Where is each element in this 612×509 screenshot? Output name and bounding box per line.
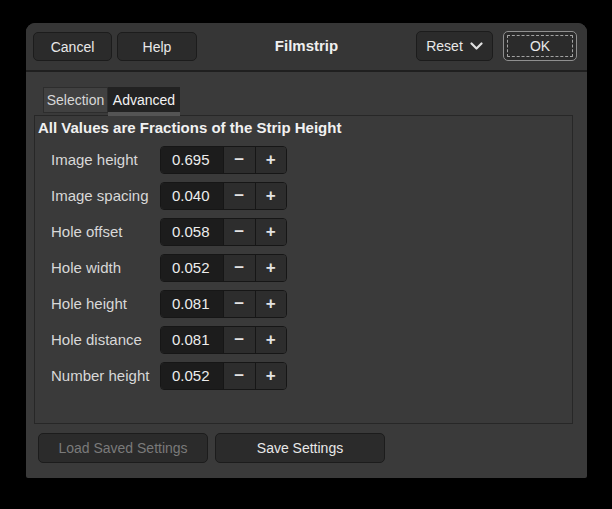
decrement-button[interactable]: − xyxy=(223,255,255,281)
minus-icon: − xyxy=(234,294,244,314)
field-label: Number height xyxy=(51,362,149,390)
plus-icon: + xyxy=(266,330,276,350)
hole-offset-input[interactable]: 0.058 xyxy=(161,219,223,245)
image-spacing-input[interactable]: 0.040 xyxy=(161,183,223,209)
increment-button[interactable]: + xyxy=(255,327,287,353)
field-label: Image height xyxy=(51,146,138,174)
hole-distance-input[interactable]: 0.081 xyxy=(161,327,223,353)
field-label: Hole width xyxy=(51,254,121,282)
hole-height-input[interactable]: 0.081 xyxy=(161,291,223,317)
field-row-image-spacing: Image spacing 0.040 − + xyxy=(35,182,572,210)
tab-selection[interactable]: Selection xyxy=(43,87,108,113)
field-label: Image spacing xyxy=(51,182,149,210)
decrement-button[interactable]: − xyxy=(223,327,255,353)
decrement-button[interactable]: − xyxy=(223,183,255,209)
tab-advanced[interactable]: Advanced xyxy=(108,87,180,113)
hole-width-input[interactable]: 0.052 xyxy=(161,255,223,281)
reset-button[interactable]: Reset xyxy=(416,31,493,61)
increment-button[interactable]: + xyxy=(255,291,287,317)
increment-button[interactable]: + xyxy=(255,255,287,281)
decrement-button[interactable]: − xyxy=(223,147,255,173)
minus-icon: − xyxy=(234,222,244,242)
reset-button-label: Reset xyxy=(426,38,463,54)
image-height-spinbox: 0.695 − + xyxy=(160,146,287,174)
field-row-hole-height: Hole height 0.081 − + xyxy=(35,290,572,318)
plus-icon: + xyxy=(266,150,276,170)
field-row-image-height: Image height 0.695 − + xyxy=(35,146,572,174)
field-label: Hole offset xyxy=(51,218,122,246)
plus-icon: + xyxy=(266,186,276,206)
minus-icon: − xyxy=(234,186,244,206)
plus-icon: + xyxy=(266,366,276,386)
plus-icon: + xyxy=(266,222,276,242)
image-spacing-spinbox: 0.040 − + xyxy=(160,182,287,210)
decrement-button[interactable]: − xyxy=(223,363,255,389)
plus-icon: + xyxy=(266,258,276,278)
decrement-button[interactable]: − xyxy=(223,291,255,317)
ok-button[interactable]: OK xyxy=(503,31,577,61)
save-settings-button[interactable]: Save Settings xyxy=(215,433,385,463)
increment-button[interactable]: + xyxy=(255,147,287,173)
field-row-number-height: Number height 0.052 − + xyxy=(35,362,572,390)
number-height-input[interactable]: 0.052 xyxy=(161,363,223,389)
field-row-hole-offset: Hole offset 0.058 − + xyxy=(35,218,572,246)
dialog-header: Cancel Help Filmstrip Reset OK xyxy=(26,23,587,72)
filmstrip-dialog: Cancel Help Filmstrip Reset OK Selection… xyxy=(26,23,587,478)
field-row-hole-width: Hole width 0.052 − + xyxy=(35,254,572,282)
number-height-spinbox: 0.052 − + xyxy=(160,362,287,390)
advanced-panel: All Values are Fractions of the Strip He… xyxy=(34,115,573,424)
hole-offset-spinbox: 0.058 − + xyxy=(160,218,287,246)
minus-icon: − xyxy=(234,258,244,278)
increment-button[interactable]: + xyxy=(255,363,287,389)
increment-button[interactable]: + xyxy=(255,183,287,209)
hole-width-spinbox: 0.052 − + xyxy=(160,254,287,282)
field-label: Hole distance xyxy=(51,326,142,354)
hole-distance-spinbox: 0.081 − + xyxy=(160,326,287,354)
load-saved-settings-button[interactable]: Load Saved Settings xyxy=(38,433,208,463)
increment-button[interactable]: + xyxy=(255,219,287,245)
minus-icon: − xyxy=(234,330,244,350)
plus-icon: + xyxy=(266,294,276,314)
decrement-button[interactable]: − xyxy=(223,219,255,245)
image-height-input[interactable]: 0.695 xyxy=(161,147,223,173)
minus-icon: − xyxy=(234,150,244,170)
panel-heading: All Values are Fractions of the Strip He… xyxy=(38,119,341,136)
chevron-down-icon xyxy=(470,42,483,51)
field-label: Hole height xyxy=(51,290,127,318)
field-row-hole-distance: Hole distance 0.081 − + xyxy=(35,326,572,354)
active-tab-indicator xyxy=(108,112,180,116)
hole-height-spinbox: 0.081 − + xyxy=(160,290,287,318)
minus-icon: − xyxy=(234,366,244,386)
